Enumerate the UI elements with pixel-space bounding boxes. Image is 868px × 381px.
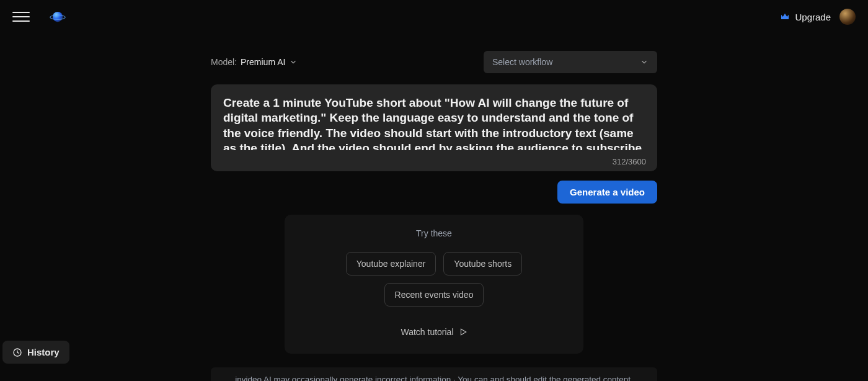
workflow-select[interactable]: Select workflow xyxy=(484,51,657,73)
play-icon xyxy=(459,328,467,336)
model-select[interactable]: Model: Premium AI xyxy=(211,57,298,67)
disclaimer: invideo AI may occasionally generate inc… xyxy=(211,367,657,381)
avatar[interactable] xyxy=(839,9,856,25)
chevron-down-icon xyxy=(640,58,649,66)
chip-youtube-explainer[interactable]: Youtube explainer xyxy=(346,252,436,276)
upgrade-label: Upgrade xyxy=(795,12,831,22)
generate-video-button[interactable]: Generate a video xyxy=(557,181,657,204)
chevron-down-icon xyxy=(289,58,298,66)
char-count: 312/3600 xyxy=(613,157,646,166)
history-button[interactable]: History xyxy=(2,341,69,364)
watch-tutorial-link[interactable]: Watch tutorial xyxy=(401,327,467,337)
model-value: Premium AI xyxy=(241,57,285,67)
menu-button[interactable] xyxy=(12,8,30,25)
planet-icon xyxy=(50,9,66,25)
clock-icon xyxy=(12,347,22,357)
model-row: Model: Premium AI Select workflow xyxy=(211,51,657,73)
chip-youtube-shorts[interactable]: Youtube shorts xyxy=(443,252,522,276)
svg-marker-2 xyxy=(461,329,466,334)
app-logo[interactable] xyxy=(50,9,66,25)
workflow-placeholder: Select workflow xyxy=(492,57,552,67)
suggestion-chips: Youtube explainer Youtube shorts Recent … xyxy=(297,252,571,307)
upgrade-button[interactable]: Upgrade xyxy=(780,12,831,22)
top-bar: Upgrade xyxy=(0,1,868,32)
prompt-textarea[interactable] xyxy=(223,96,645,150)
history-label: History xyxy=(27,347,60,357)
model-label: Model: xyxy=(211,57,237,67)
chip-recent-events-video[interactable]: Recent events video xyxy=(384,283,484,307)
try-these-label: Try these xyxy=(297,228,571,238)
svg-point-0 xyxy=(53,12,63,22)
crown-icon xyxy=(780,12,790,22)
main-panel: Model: Premium AI Select workflow 312/36… xyxy=(211,51,657,381)
prompt-box: 312/3600 xyxy=(211,84,657,171)
watch-tutorial-label: Watch tutorial xyxy=(401,327,453,337)
suggestions-card: Try these Youtube explainer Youtube shor… xyxy=(285,215,583,354)
